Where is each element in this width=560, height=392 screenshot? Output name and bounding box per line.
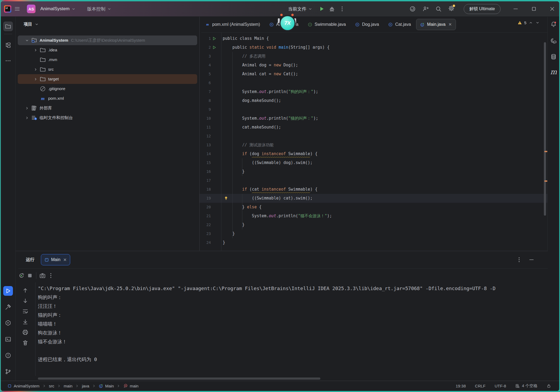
tree-item[interactable]: .mvn: [18, 55, 197, 65]
tree-item[interactable]: target: [18, 74, 197, 84]
maven-button[interactable]: m: [550, 68, 557, 75]
breadcrumb-item[interactable]: mmain: [123, 384, 139, 388]
console-line: 猫不会游泳！: [38, 337, 547, 346]
scroll-to-end-button[interactable]: [22, 319, 29, 325]
git-tool-button[interactable]: [3, 367, 13, 376]
problems-tool-button[interactable]: [3, 351, 13, 360]
tab-label: pom.xml (AnimalSystem): [212, 22, 260, 27]
debug-button[interactable]: [329, 6, 335, 12]
run-line-icon[interactable]: [212, 34, 218, 43]
tree-item[interactable]: 外部库: [18, 103, 197, 113]
chevron-right-icon[interactable]: [32, 48, 39, 52]
inspection-widget[interactable]: 5: [518, 20, 540, 25]
console-horizontal-scrollbar[interactable]: [38, 377, 320, 380]
code-line: // 测试游泳功能: [223, 141, 274, 149]
main-menu-icon[interactable]: [14, 6, 20, 12]
breadcrumb-item[interactable]: main: [64, 384, 73, 388]
close-icon[interactable]: ✕: [448, 22, 452, 27]
stop-button[interactable]: [27, 272, 33, 279]
tab-main-java[interactable]: CMain.java✕: [416, 19, 456, 30]
unlock-ultimate-button[interactable]: 解锁 Ultimate: [464, 4, 501, 14]
scroll-up-button[interactable]: [22, 287, 29, 294]
tab-swimmable-java[interactable]: ISwimmable.java: [304, 19, 350, 30]
more-run-actions-icon[interactable]: [339, 6, 345, 12]
tree-item[interactable]: AnimalSystemC:\Users\王彦舒\Desktop\AnimalS…: [18, 35, 197, 45]
breadcrumb-item[interactable]: CMain: [99, 384, 114, 388]
intention-bulb-icon[interactable]: [224, 194, 230, 203]
tab-dog-java[interactable]: CDog.java: [351, 19, 383, 30]
close-button[interactable]: [549, 6, 555, 12]
chevron-right-icon[interactable]: [23, 106, 31, 111]
settings-button[interactable]: [448, 5, 455, 13]
run-config-selector[interactable]: 当前文件: [286, 4, 315, 14]
run-button[interactable]: [318, 6, 325, 12]
unlock-icon[interactable]: [547, 384, 551, 388]
scroll-down-button[interactable]: [22, 298, 29, 304]
caret-position[interactable]: 19:38: [456, 384, 466, 388]
code-line: // 多态调用: [223, 52, 265, 61]
tree-item[interactable]: 临时文件和控制台: [18, 113, 197, 123]
close-icon[interactable]: ✕: [63, 257, 67, 262]
console-more-icon[interactable]: [48, 272, 54, 279]
chevron-right-icon[interactable]: [23, 116, 31, 120]
rerun-button[interactable]: [18, 272, 25, 279]
run-tab-label: Main: [51, 257, 61, 262]
indent-setting[interactable]: 4 个空格: [515, 383, 537, 389]
notifications-button[interactable]: [550, 21, 557, 28]
project-icon: [31, 37, 38, 44]
ai-chat-button[interactable]: [550, 37, 557, 44]
services-tool-button[interactable]: [3, 318, 13, 328]
build-tool-button[interactable]: [3, 302, 13, 312]
tree-item[interactable]: mpom.xml: [18, 94, 197, 103]
more-tools-button[interactable]: [3, 56, 13, 66]
line-separator[interactable]: CRLF: [475, 384, 485, 388]
database-button[interactable]: [550, 53, 557, 60]
maximize-button[interactable]: [531, 6, 537, 12]
print-button[interactable]: [22, 329, 29, 336]
breadcrumb-item[interactable]: java: [82, 384, 89, 388]
run-line-icon[interactable]: [212, 43, 218, 52]
breadcrumb-item[interactable]: src: [49, 384, 54, 388]
tab-cat-java[interactable]: CCat.java: [384, 19, 415, 30]
chevron-right-icon[interactable]: [32, 77, 39, 81]
project-tool-button[interactable]: [3, 22, 13, 31]
project-switcher[interactable]: AnimalSystem: [38, 5, 78, 13]
line-number: 14: [200, 149, 211, 158]
search-everywhere-icon[interactable]: [435, 6, 442, 12]
vcs-menu[interactable]: 版本控制: [85, 4, 114, 14]
chevron-down-icon[interactable]: [23, 38, 31, 43]
console-output[interactable]: "C:\Program Files\Java\jdk-25.0.2\bin\ja…: [38, 284, 547, 373]
tree-item[interactable]: .gitignore: [18, 84, 197, 94]
breadcrumb-separator-icon: [92, 384, 96, 388]
tab-animal-java[interactable]: CAnimal.java: [265, 19, 303, 30]
clear-all-button[interactable]: [22, 340, 29, 346]
run-panel-options-icon[interactable]: [516, 256, 522, 263]
editor-scrollbar[interactable]: [544, 42, 546, 216]
file-encoding[interactable]: UTF-8: [495, 384, 506, 388]
code-with-me-icon[interactable]: [422, 6, 429, 12]
chevron-down-icon[interactable]: [535, 20, 540, 25]
bell-icon: [550, 21, 557, 27]
breadcrumb-item[interactable]: AnimalSystem: [7, 384, 40, 388]
structure-tool-button[interactable]: [3, 40, 13, 50]
tab-pom-xml-animalsystem-[interactable]: mpom.xml (AnimalSystem): [201, 19, 264, 30]
ai-assistant-icon[interactable]: [409, 6, 416, 12]
chevron-down-icon[interactable]: [34, 22, 39, 27]
run-tool-button[interactable]: [3, 286, 13, 296]
tree-item[interactable]: .idea: [18, 45, 197, 55]
soft-wrap-button[interactable]: [22, 308, 29, 315]
minimize-button[interactable]: [512, 6, 519, 12]
chevron-right-icon[interactable]: [32, 67, 39, 72]
console-line: 喵喵喵！: [38, 319, 547, 328]
tree-item[interactable]: src: [18, 65, 197, 74]
screenshot-button[interactable]: [39, 272, 46, 279]
run-gutter-icon: [212, 45, 217, 50]
project-panel-title[interactable]: 项目: [24, 22, 32, 27]
line-number: 1: [200, 34, 211, 43]
run-tab-main[interactable]: Main ✕: [41, 254, 70, 265]
hide-panel-icon[interactable]: [528, 256, 535, 263]
code-area[interactable]: 1public class Main {2 public static void…: [200, 33, 547, 251]
terminal-tool-button[interactable]: [3, 334, 13, 344]
right-tool-stripe: m: [547, 17, 559, 381]
chevron-up-icon[interactable]: [529, 20, 533, 25]
